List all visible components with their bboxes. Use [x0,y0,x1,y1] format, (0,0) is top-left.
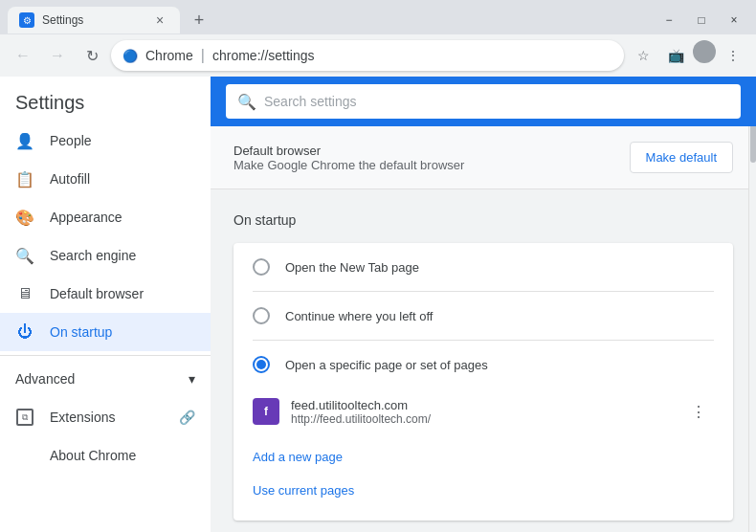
radio-selected-dot [256,360,266,369]
sidebar-item-autofill-label: Autofill [50,171,90,187]
toolbar-actions: ☆ 📺 ⋮ [628,40,748,71]
startup-option-continue[interactable]: Continue where you left off [233,292,733,340]
url-favicon: f [253,398,279,425]
sidebar-title: Settings [0,77,211,122]
address-scheme: Chrome [145,48,193,63]
new-tab-button[interactable]: + [188,9,211,32]
url-subtitle: http://feed.utilitooltech.com/ [291,412,672,426]
extensions-icon: ⧉ [15,408,34,427]
startup-option-continue-label: Continue where you left off [285,309,433,323]
profile-avatar[interactable] [693,40,716,63]
search-bar: 🔍 [211,77,756,126]
people-icon: 👤 [15,131,34,150]
sidebar-advanced[interactable]: Advanced ▾ [0,360,211,398]
active-tab[interactable]: ⚙ Settings × [8,7,180,33]
sidebar-item-people-label: People [50,133,92,148]
about-icon [15,446,34,465]
startup-option-new-tab-label: Open the New Tab page [285,260,419,275]
url-entry: f feed.utilitooltech.com http://feed.uti… [233,388,733,434]
search-input[interactable] [264,94,729,109]
startup-section-title: On startup [233,212,733,228]
more-menu-button[interactable]: ⋮ [718,40,748,71]
search-icon: 🔍 [237,93,256,111]
maximize-button[interactable]: □ [687,7,716,33]
add-new-page-link[interactable]: Add a new page [253,442,714,472]
tab-favicon: ⚙ [19,12,34,28]
default-browser-subtitle: Make Google Chrome the default browser [233,158,464,172]
startup-option-specific-page[interactable]: Open a specific page or set of pages [233,341,733,388]
startup-links: Add a new page Use current pages [233,434,733,521]
address-bar[interactable]: 🔵 Chrome | chrome://settings [111,40,624,71]
on-startup-icon: ⏻ [15,322,34,342]
default-browser-icon: 🖥 [15,284,34,303]
appearance-icon: 🎨 [15,208,34,227]
sidebar-item-about-chrome[interactable]: About Chrome [0,436,211,475]
make-default-button[interactable]: Make default [630,142,733,173]
search-engine-icon: 🔍 [15,246,34,265]
sidebar-item-people[interactable]: 👤 People [0,122,211,160]
sidebar-item-extensions-label: Extensions [50,410,115,425]
sidebar-item-appearance[interactable]: 🎨 Appearance [0,198,211,236]
content-area: 🔍 Default browser Make Google Chrome the… [211,77,756,532]
scrollbar[interactable] [748,77,756,532]
window-controls: − □ × [655,7,748,33]
sidebar-item-about-label: About Chrome [50,448,136,463]
close-button[interactable]: × [720,7,748,33]
startup-section: On startup Open the New Tab page Continu… [211,189,756,532]
default-browser-title: Default browser [233,144,464,158]
sidebar-item-default-browser[interactable]: 🖥 Default browser [0,275,211,313]
url-title: feed.utilitooltech.com [291,398,672,412]
browser-toolbar: ← → ↻ 🔵 Chrome | chrome://settings ☆ 📺 ⋮ [0,34,756,77]
search-wrapper[interactable]: 🔍 [226,84,741,119]
address-divider: | [201,47,205,64]
sidebar-item-appearance-label: Appearance [50,210,122,225]
sidebar-item-search-engine[interactable]: 🔍 Search engine [0,236,211,275]
tab-close-button[interactable]: × [151,11,168,29]
address-path: chrome://settings [212,48,315,63]
refresh-button[interactable]: ↻ [77,40,107,71]
radio-specific-page[interactable] [253,356,270,373]
sidebar: Settings 👤 People 📋 Autofill 🎨 Appearanc… [0,77,211,532]
extensions-external-icon: 🔗 [179,410,195,425]
tab-title: Settings [42,13,144,27]
sidebar-item-search-engine-label: Search engine [50,248,136,263]
sidebar-divider [0,355,211,356]
use-current-pages-link[interactable]: Use current pages [253,476,714,505]
autofill-icon: 📋 [15,169,34,188]
advanced-arrow-icon: ▾ [189,371,195,387]
radio-continue[interactable] [253,307,270,324]
url-more-button[interactable]: ⋮ [683,396,714,427]
startup-option-specific-page-label: Open a specific page or set of pages [285,358,488,372]
cast-button[interactable]: 📺 [660,40,691,71]
forward-button[interactable]: → [42,40,73,71]
sidebar-item-autofill[interactable]: 📋 Autofill [0,160,211,198]
advanced-label: Advanced [15,371,75,387]
sidebar-item-on-startup-label: On startup [50,324,112,340]
bookmark-button[interactable]: ☆ [628,40,658,71]
address-scheme-icon: 🔵 [122,49,138,63]
sidebar-item-on-startup[interactable]: ⏻ On startup [0,313,211,351]
default-browser-text: Default browser Make Google Chrome the d… [233,144,464,172]
minimize-button[interactable]: − [655,7,683,33]
main-layout: Settings 👤 People 📋 Autofill 🎨 Appearanc… [0,77,756,532]
default-browser-section: Default browser Make Google Chrome the d… [211,126,756,189]
title-bar: ⚙ Settings × + − □ × [0,0,756,34]
radio-new-tab[interactable] [253,258,270,276]
startup-option-new-tab[interactable]: Open the New Tab page [233,243,733,291]
url-info: feed.utilitooltech.com http://feed.utili… [291,398,672,426]
startup-card: Open the New Tab page Continue where you… [233,243,733,521]
sidebar-item-extensions[interactable]: ⧉ Extensions 🔗 [0,398,211,436]
back-button[interactable]: ← [8,40,38,71]
sidebar-item-default-browser-label: Default browser [50,286,144,301]
